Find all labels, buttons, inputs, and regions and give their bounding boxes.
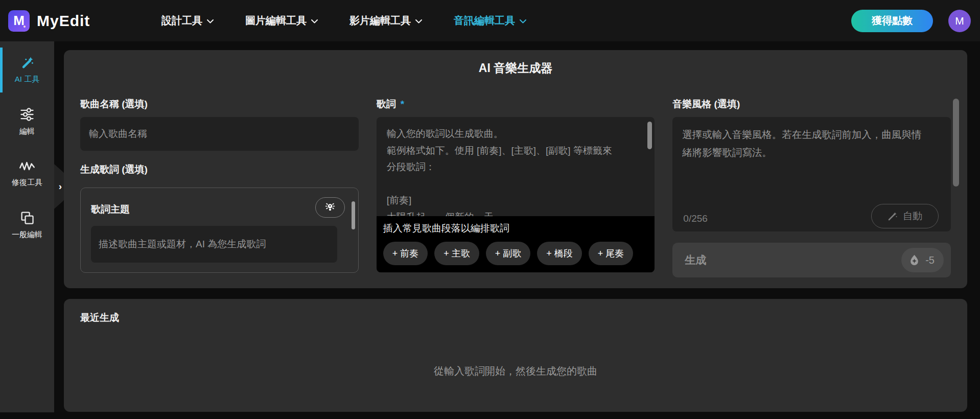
music-style-label: 音樂風格 (選填) [672,98,951,109]
navbar: M MyEdit 設計工具 圖片編輯工具 影片編輯工具 音訊編輯工具 獲得點數 … [0,0,980,41]
lyrics-label: 歌詞* [377,98,655,109]
auto-style-button[interactable]: 自動 [871,204,939,228]
recent-empty-state: 從輸入歌詞開始，然後生成您的歌曲 [80,364,951,378]
main-nav: 設計工具 圖片編輯工具 影片編輯工具 音訊編輯工具 [161,14,526,28]
logo-dot [24,26,26,28]
lyrics-textarea[interactable]: 輸入您的歌詞以生成歌曲。 範例格式如下。使用 [前奏]、[主歌]、[副歌] 等標… [377,117,655,272]
sidebar-item-general-edit[interactable]: 一般編輯 [0,203,54,248]
music-generator-panel: AI 音樂生成器 歌曲名稱 (選填) 生成歌詞 (選填) 歌詞主題 [64,50,967,288]
chevron-right-icon: › [59,181,62,192]
recent-generations-panel: 最近生成 從輸入歌詞開始，然後生成您的歌曲 [64,299,967,412]
sidebar-item-ai-tools[interactable]: AI 工具 [0,48,54,92]
brand-name: MyEdit [37,12,90,30]
idea-suggestion-button[interactable] [315,197,345,218]
song-name-input[interactable] [80,117,359,151]
sidebar-item-edit[interactable]: 編輯 [0,100,54,145]
myedit-logo-icon: M [8,10,30,32]
logo-letter: M [13,13,25,29]
brand[interactable]: M MyEdit [8,10,126,32]
add-outro-button[interactable]: + 尾奏 [589,242,634,265]
lyrics-scrollbar[interactable] [647,122,652,149]
chevron-down-icon [520,19,526,24]
sidebar: AI 工具 編輯 修復工具 一般編輯 [0,41,54,412]
lyrics-column: 歌詞* 輸入您的歌詞以生成歌曲。 範例格式如下。使用 [前奏]、[主歌]、[副歌… [377,98,655,277]
add-intro-button[interactable]: + 前奏 [383,242,428,265]
chevron-down-icon [415,19,422,24]
add-verse-button[interactable]: + 主歌 [434,242,479,265]
magic-wand-icon [888,211,898,221]
generate-button[interactable]: 生成 -5 [672,243,951,277]
nav-design-tools[interactable]: 設計工具 [161,14,214,28]
copy-icon [19,210,35,225]
song-name-column: 歌曲名稱 (選填) 生成歌詞 (選填) 歌詞主題 [80,98,359,277]
song-name-label: 歌曲名稱 (選填) [80,98,359,109]
magic-wand-icon [19,55,35,70]
lyrics-topic-title: 歌詞主題 [91,203,130,215]
nav-audio-tools[interactable]: 音訊編輯工具 [454,14,526,28]
sidebar-item-repair-tools[interactable]: 修復工具 [0,152,54,196]
required-asterisk: * [401,99,404,109]
page-title: AI 音樂生成器 [80,60,951,76]
get-points-button[interactable]: 獲得點數 [851,10,933,32]
section-tags-tooltip: 插入常見歌曲段落以編排歌詞 + 前奏 + 主歌 + 副歌 + 橋段 + 尾奏 [377,216,655,272]
nav-video-tools[interactable]: 影片編輯工具 [349,14,422,28]
recent-title: 最近生成 [80,311,951,324]
nav-image-tools[interactable]: 圖片編輯工具 [245,14,318,28]
music-style-textarea[interactable]: 選擇或輸入音樂風格。若在生成歌詞前加入，曲風與情緒將影響歌詞寫法。 0/256 … [672,117,951,231]
lyrics-topic-input[interactable] [91,226,337,263]
tooltip-text: 插入常見歌曲段落以編排歌詞 [383,222,648,235]
lightbulb-icon [324,201,336,214]
music-style-column: 音樂風格 (選填) 選擇或輸入音樂風格。若在生成歌詞前加入，曲風與情緒將影響歌詞… [672,98,951,277]
page-bottom-edge [0,412,980,419]
add-bridge-button[interactable]: + 橋段 [537,242,582,265]
char-counter: 0/256 [683,213,708,224]
user-avatar[interactable]: M [948,10,971,32]
credit-coin-icon [907,253,921,267]
chevron-down-icon [311,19,318,24]
navbar-right: 獲得點數 M [851,10,971,32]
generator-columns: 歌曲名稱 (選填) 生成歌詞 (選填) 歌詞主題 [80,98,951,277]
credit-cost-badge: -5 [901,248,944,272]
sliders-icon [19,107,35,122]
lyrics-topic-card: 歌詞主題 [80,188,359,273]
music-style-placeholder: 選擇或輸入音樂風格。若在生成歌詞前加入，曲風與情緒將影響歌詞寫法。 [682,126,927,161]
topic-card-scrollbar[interactable] [352,201,355,229]
waveform-icon [19,159,35,173]
chevron-down-icon [207,19,214,24]
add-chorus-button[interactable]: + 副歌 [486,242,531,265]
page-scrollbar[interactable] [953,99,959,187]
generate-lyrics-label: 生成歌詞 (選填) [80,163,359,175]
